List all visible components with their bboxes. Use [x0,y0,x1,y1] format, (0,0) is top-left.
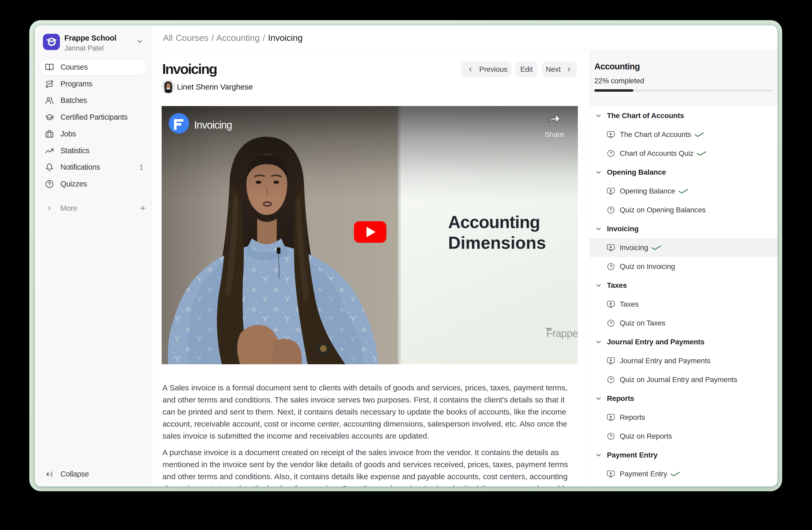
svg-text:Accounting: Accounting [448,212,540,232]
svg-text:Dimensions: Dimensions [448,233,546,252]
svg-text:Share: Share [545,130,564,139]
svg-text:Invoicing: Invoicing [194,119,232,131]
